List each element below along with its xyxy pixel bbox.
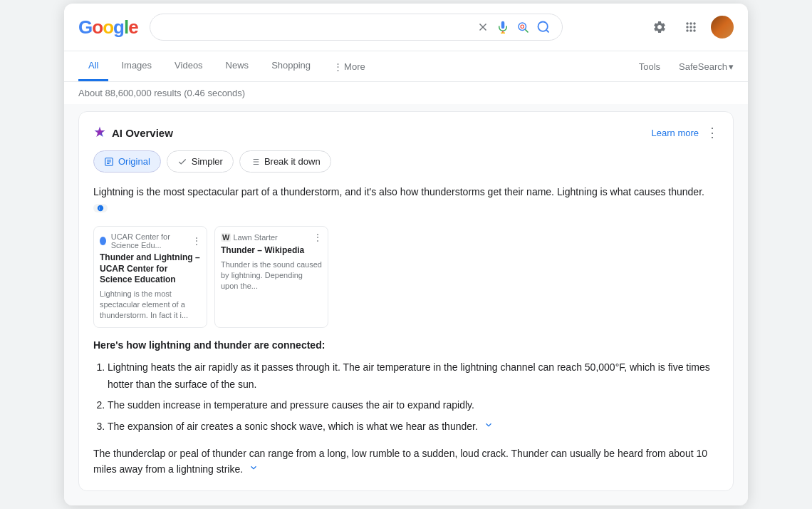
source-favicon-wikipedia: W bbox=[221, 233, 231, 242]
top-bar: Google explain the connection between li… bbox=[64, 4, 748, 51]
ai-intro-text: Lightning is the most spectacular part o… bbox=[93, 184, 719, 216]
svg-point-4 bbox=[519, 23, 526, 31]
source-card-title-wikipedia: Thunder – Wikipedia bbox=[215, 245, 328, 259]
list-item-1: Lightning heats the air rapidly as it pa… bbox=[108, 359, 719, 394]
ai-overview-title: AI Overview bbox=[93, 125, 173, 140]
source-card-desc-ucar: Lightning is the most spectacular elemen… bbox=[94, 289, 207, 327]
top-right-icons bbox=[648, 16, 734, 38]
results-info: About 88,600,000 results (0.46 seconds) bbox=[64, 82, 748, 104]
source-card-title-ucar: Thunder and Lightning – UCAR Center for … bbox=[94, 252, 207, 289]
main-content: AI Overview Learn more ⋮ Original Simple… bbox=[64, 104, 748, 505]
expand-item3-toggle[interactable] bbox=[484, 420, 494, 430]
mode-buttons: Original Simpler Break it down bbox=[93, 150, 719, 173]
source-card-header-wikipedia: W Lawn Starter ⋮ bbox=[215, 227, 328, 245]
learn-more-link[interactable]: Learn more bbox=[652, 128, 699, 138]
voice-search-icon[interactable] bbox=[496, 21, 509, 34]
safe-search[interactable]: SafeSearch ▾ bbox=[679, 61, 734, 72]
source-card-ucar[interactable]: UCAR Center for Science Edu... ⋮ Thunder… bbox=[93, 226, 207, 328]
source-favicon-ucar bbox=[100, 237, 106, 245]
settings-icon[interactable] bbox=[648, 16, 671, 38]
search-input[interactable]: explain the connection between lightning… bbox=[162, 21, 469, 33]
svg-line-6 bbox=[525, 30, 528, 33]
list-item-3: The expansion of air creates a sonic sho… bbox=[108, 418, 719, 436]
tab-shopping[interactable]: Shopping bbox=[261, 51, 321, 81]
bottom-paragraph: The thunderclap or peal of thunder can r… bbox=[93, 446, 719, 478]
numbered-list: Lightning heats the air rapidly as it pa… bbox=[93, 359, 719, 436]
search-button[interactable] bbox=[536, 20, 551, 34]
mode-original-button[interactable]: Original bbox=[93, 150, 161, 173]
svg-point-7 bbox=[538, 22, 547, 31]
svg-line-8 bbox=[546, 30, 548, 33]
browser-window: Google explain the connection between li… bbox=[64, 4, 748, 505]
more-dots-icon: ⋮ bbox=[333, 61, 343, 72]
source-card-menu-wikipedia[interactable]: ⋮ bbox=[313, 232, 322, 242]
tab-images[interactable]: Images bbox=[111, 51, 162, 81]
ai-overview-header: AI Overview Learn more ⋮ bbox=[93, 125, 719, 140]
tab-more[interactable]: ⋮ More bbox=[323, 53, 375, 81]
search-bar: explain the connection between lightning… bbox=[150, 14, 563, 41]
svg-point-5 bbox=[521, 25, 524, 29]
source-card-desc-wikipedia: Thunder is the sound caused by lightning… bbox=[215, 259, 328, 298]
overview-menu-icon[interactable]: ⋮ bbox=[706, 125, 719, 140]
google-logo: Google bbox=[78, 16, 138, 38]
source-card-menu-ucar[interactable]: ⋮ bbox=[192, 236, 201, 246]
chevron-down-icon: ▾ bbox=[729, 61, 734, 72]
svg-point-19 bbox=[98, 205, 103, 210]
expand-bottom-toggle[interactable] bbox=[249, 463, 259, 473]
avatar[interactable] bbox=[711, 16, 734, 38]
lens-icon[interactable] bbox=[516, 21, 529, 34]
tab-news[interactable]: News bbox=[216, 51, 259, 81]
connected-heading: Here's how lightning and thunder are con… bbox=[93, 339, 719, 351]
svg-text:i: i bbox=[99, 205, 100, 210]
list-item-2: The sudden increase in temperature and p… bbox=[108, 397, 719, 414]
nav-tabs: All Images Videos News Shopping ⋮ More T… bbox=[64, 51, 748, 82]
source-card-wikipedia[interactable]: W Lawn Starter ⋮ Thunder – Wikipedia Thu… bbox=[214, 226, 328, 328]
ai-overview-actions: Learn more ⋮ bbox=[652, 125, 719, 140]
source-card-header-ucar: UCAR Center for Science Edu... ⋮ bbox=[94, 227, 207, 252]
apps-icon[interactable] bbox=[680, 16, 702, 38]
tab-videos[interactable]: Videos bbox=[165, 51, 213, 81]
mode-simpler-button[interactable]: Simpler bbox=[167, 150, 234, 173]
source-cards: UCAR Center for Science Edu... ⋮ Thunder… bbox=[93, 226, 719, 328]
clear-button[interactable] bbox=[477, 21, 489, 34]
ai-overview-panel: AI Overview Learn more ⋮ Original Simple… bbox=[78, 111, 734, 491]
ai-star-icon bbox=[93, 125, 106, 140]
tab-all[interactable]: All bbox=[78, 51, 108, 81]
tools-tab[interactable]: Tools bbox=[629, 53, 670, 81]
source-link-inline[interactable]: i bbox=[93, 204, 108, 212]
mode-break-down-button[interactable]: Break it down bbox=[239, 150, 331, 173]
